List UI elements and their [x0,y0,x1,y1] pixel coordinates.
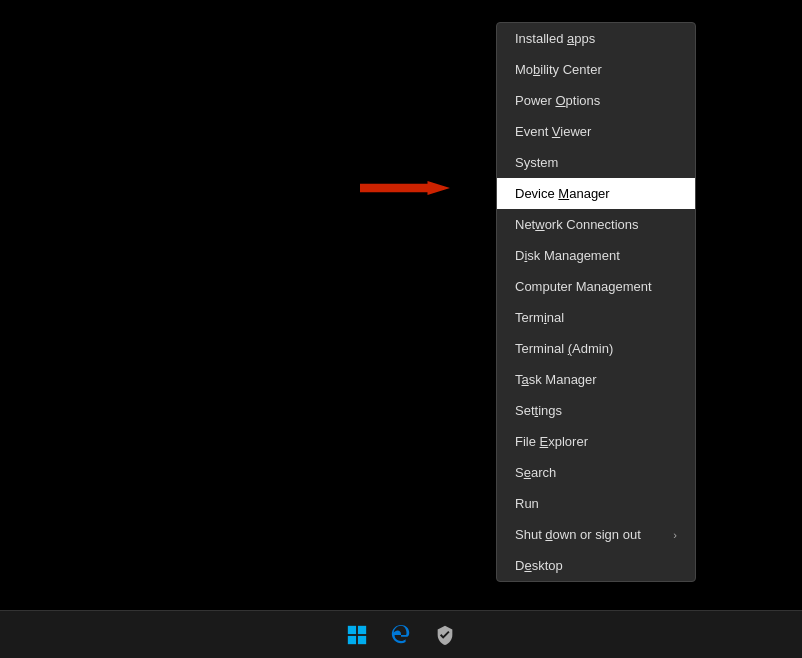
svg-rect-1 [358,625,366,633]
menu-item-search[interactable]: Search [497,457,695,488]
menu-item-mobility-center[interactable]: Mobility Center [497,54,695,85]
menu-item-system[interactable]: System [497,147,695,178]
menu-item-shut-down-sign-out[interactable]: Shut down or sign out› [497,519,695,550]
menu-item-event-viewer[interactable]: Event Viewer [497,116,695,147]
start-button[interactable] [339,617,375,653]
edge-button[interactable] [383,617,419,653]
security-button[interactable] [427,617,463,653]
menu-item-power-options[interactable]: Power Options [497,85,695,116]
taskbar [0,610,802,658]
svg-rect-2 [348,635,356,643]
menu-item-desktop[interactable]: Desktop [497,550,695,581]
svg-rect-0 [348,625,356,633]
svg-rect-3 [358,635,366,643]
menu-item-terminal[interactable]: Terminal [497,302,695,333]
menu-item-run[interactable]: Run [497,488,695,519]
menu-item-task-manager[interactable]: Task Manager [497,364,695,395]
menu-item-disk-management[interactable]: Disk Management [497,240,695,271]
menu-item-settings[interactable]: Settings [497,395,695,426]
arrow-body [360,181,450,195]
context-menu: Installed appsMobility CenterPower Optio… [496,22,696,582]
submenu-chevron-shut-down-sign-out: › [673,529,677,541]
menu-item-network-connections[interactable]: Network Connections [497,209,695,240]
menu-item-terminal-admin[interactable]: Terminal (Admin) [497,333,695,364]
menu-item-computer-management[interactable]: Computer Management [497,271,695,302]
menu-item-file-explorer[interactable]: File Explorer [497,426,695,457]
menu-item-device-manager[interactable]: Device Manager [497,178,695,209]
menu-item-installed-apps[interactable]: Installed apps [497,23,695,54]
